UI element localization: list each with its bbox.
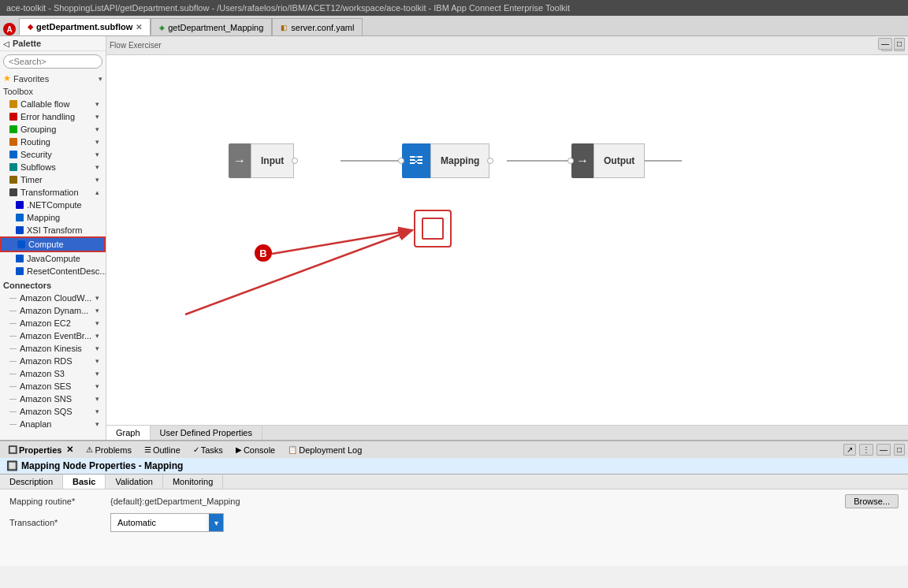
connector-line-icon-9: — [9, 408, 17, 415]
sidebar-item-amazon-cloudw[interactable]: — Amazon CloudW... ▾ [0, 292, 106, 304]
mapping-tab-icon: ◈ [159, 24, 165, 32]
expand-eventbr-icon: ▾ [95, 332, 99, 340]
sidebar-item-anaplan[interactable]: — Anaplan ▾ [0, 418, 106, 430]
sidebar-item-favorites[interactable]: ★ Favorites ▾ [0, 72, 106, 85]
sidebar-item-amazon-dynam[interactable]: — Amazon Dynam... ▾ [0, 304, 106, 317]
sidebar-item-amazon-ses[interactable]: — Amazon SES ▾ [0, 380, 106, 393]
btab-deployment-log[interactable]: 📋 Deployment Log [283, 445, 367, 456]
sidebar-item-java-compute[interactable]: JavaCompute [0, 252, 106, 265]
sidebar-item-toolbox[interactable]: Toolbox [0, 85, 106, 98]
sidebar-item-amazon-sqs[interactable]: — Amazon SQS ▾ [0, 405, 106, 418]
expand-timer-icon: ▾ [95, 176, 99, 184]
reset-content-icon [16, 267, 24, 275]
tab-label-2: server.conf.yaml [291, 23, 354, 32]
input-node[interactable]: → Input [229, 143, 294, 178]
svg-rect-9 [418, 156, 422, 158]
sidebar-item-amazon-ec2[interactable]: — Amazon EC2 ▾ [0, 317, 106, 329]
tab-getDepartment-subflow[interactable]: ◆ getDepartment.subflow ✕ [19, 18, 151, 35]
maximize-button[interactable]: □ [894, 38, 905, 50]
mapping-routine-label: Mapping routine* [9, 497, 104, 506]
connector-line-icon-4: — [9, 344, 17, 352]
connector-line-icon-2: — [9, 319, 17, 327]
bottom-panel-external-icon[interactable]: ↗ [843, 444, 856, 456]
btab-tasks[interactable]: ✓ Tasks [188, 445, 228, 456]
sidebar-item-routing[interactable]: Routing ▾ [0, 136, 106, 148]
sidebar-item-mapping[interactable]: Mapping [0, 211, 106, 224]
badge-a: A [3, 23, 16, 35]
btab-outline[interactable]: ☰ Outline [140, 445, 185, 456]
svg-rect-8 [410, 162, 415, 164]
input-node-body: Input [251, 143, 294, 178]
bptab-basic[interactable]: Basic [63, 474, 106, 489]
svg-rect-7 [410, 159, 415, 161]
connector-line-icon-1: — [9, 307, 17, 314]
input-output-connector [292, 158, 298, 164]
transaction-dropdown-arrow[interactable]: ▾ [209, 514, 223, 531]
sidebar-item-net-compute[interactable]: .NETCompute [0, 199, 106, 211]
expand-s3-icon: ▾ [95, 370, 99, 378]
deployment-log-icon: 📋 [288, 445, 297, 454]
timer-icon [9, 176, 17, 184]
bptab-description[interactable]: Description [0, 474, 63, 489]
main-area: ◁ Palette ★ Favorites ▾ Toolbox [0, 36, 908, 566]
sidebar-item-amazon-eventbr[interactable]: — Amazon EventBr... ▾ [0, 329, 106, 342]
sidebar-item-amazon-s3[interactable]: — Amazon S3 ▾ [0, 367, 106, 380]
minimize-button[interactable]: — [878, 38, 892, 50]
search-input[interactable] [3, 54, 102, 69]
browse-button[interactable]: Browse... [845, 494, 899, 508]
output-node[interactable]: → Output [571, 143, 645, 178]
bottom-panel-form: Mapping routine* {default}:getDepartment… [0, 489, 908, 537]
title-text: ace-toolkit - ShoppingListAPI/getDepartm… [6, 3, 570, 13]
properties-close-icon[interactable]: ✕ [66, 445, 73, 455]
sidebar-item-amazon-kinesis[interactable]: — Amazon Kinesis ▾ [0, 342, 106, 355]
sidebar-item-amazon-sns[interactable]: — Amazon SNS ▾ [0, 393, 106, 405]
expand-security-icon: ▾ [95, 151, 99, 158]
subflow-icon: ◆ [28, 23, 33, 31]
connectors-label: Connectors [0, 277, 106, 292]
btab-console[interactable]: ▶ Console [231, 445, 280, 456]
sidebar-item-callable-flow[interactable]: Callable flow ▾ [0, 98, 106, 110]
tab-server-conf[interactable]: ◧ server.conf.yaml [272, 18, 363, 35]
mapping-node-body: Mapping [430, 143, 489, 178]
tab-user-defined[interactable]: User Defined Properties [151, 426, 262, 440]
sidebar-item-transformation[interactable]: Transformation ▴ [0, 186, 106, 199]
bottom-panel-menu-icon[interactable]: ⋮ [859, 444, 873, 456]
properties-node-icon: 🔲 [6, 460, 18, 471]
arrow-left-icon[interactable]: ◁ [3, 39, 9, 48]
sidebar-item-subflows[interactable]: Subflows ▾ [0, 161, 106, 173]
expand-kinesis-icon: ▾ [95, 344, 99, 352]
error-handling-icon [9, 113, 17, 121]
tab-label-0: getDepartment.subflow [36, 22, 132, 32]
compute-floating-node[interactable] [414, 210, 452, 247]
btab-problems[interactable]: ⚠ Problems [81, 445, 136, 456]
sidebar-item-security[interactable]: Security ▾ [0, 148, 106, 161]
bptab-validation[interactable]: Validation [106, 474, 163, 489]
bottom-panel-minimize-icon[interactable]: — [876, 444, 891, 456]
bptab-monitoring[interactable]: Monitoring [163, 474, 223, 489]
sidebar-item-reset-content[interactable]: ResetContentDesc... [0, 265, 106, 277]
grouping-icon [9, 125, 17, 133]
sidebar-item-amazon-rds[interactable]: — Amazon RDS ▾ [0, 355, 106, 367]
mapping-node[interactable]: Mapping [402, 143, 489, 178]
compute-icon [17, 240, 25, 248]
tab-close-0[interactable]: ✕ [136, 23, 142, 32]
mapping-sidebar-icon [16, 214, 24, 221]
tab-graph[interactable]: Graph [106, 426, 151, 440]
sidebar-item-error-handling[interactable]: Error handling ▾ [0, 110, 106, 123]
yaml-tab-icon: ◧ [281, 24, 288, 32]
expand-rds-icon: ▾ [95, 357, 99, 365]
tab-getDepartment-mapping[interactable]: ◈ getDepartment_Mapping [151, 18, 272, 35]
net-compute-icon [16, 201, 24, 209]
sidebar-item-timer[interactable]: Timer ▾ [0, 173, 106, 186]
btab-properties[interactable]: 🔲 Properties ✕ [3, 444, 78, 456]
output-input-connector [568, 158, 574, 164]
sidebar-item-compute[interactable]: Compute [0, 236, 106, 252]
canvas-svg [106, 55, 908, 425]
transaction-dropdown[interactable]: Automatic ▾ [110, 513, 224, 532]
sidebar-item-grouping[interactable]: Grouping ▾ [0, 123, 106, 136]
flow-exerciser-label: Flow Exerciser [110, 41, 162, 50]
sidebar-item-xsi-transform[interactable]: XSI Transform [0, 224, 106, 236]
sidebar: ◁ Palette ★ Favorites ▾ Toolbox [0, 36, 106, 440]
bottom-panel-maximize-icon[interactable]: □ [894, 444, 905, 456]
palette-label: Palette [13, 39, 41, 48]
